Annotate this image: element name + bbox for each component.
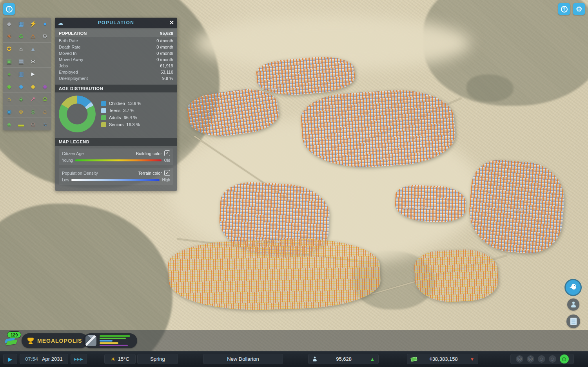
infoview-land-value-icon[interactable]: ⌂ (3, 93, 15, 105)
stat-row-jobs: Jobs61,919 (55, 63, 177, 69)
infoview-greenery-icon[interactable]: ✿ (39, 93, 51, 105)
help-icon: ? (561, 6, 568, 13)
city-name-value: New Dollarton (227, 356, 259, 362)
infoview-zoning-office-icon[interactable]: ◆ (39, 80, 51, 92)
time-value: 07:54 (25, 356, 38, 362)
map-district-label: ship yard ferry (505, 208, 530, 212)
panel-title: POPULATION (64, 20, 168, 25)
infoview-electricity-icon[interactable]: ⚡ (27, 18, 39, 30)
infoview-economy-icon[interactable]: $ (27, 105, 39, 118)
age-distribution-donut-chart (59, 96, 96, 132)
infoview-row: ▣ ▤ ✉ (3, 55, 51, 68)
infoview-row: ◆ ▦ ⚡ ● (3, 18, 51, 30)
infoview-landfill-icon[interactable]: ▬ (15, 118, 27, 130)
infoview-maintenance-icon[interactable]: ⚙ (39, 30, 51, 42)
map-tiles-icon[interactable] (5, 337, 17, 347)
map-suburb-cluster (167, 236, 381, 313)
infoview-nature-icon[interactable]: ♣ (3, 118, 15, 130)
milestone-city-pill[interactable]: MEGALOPOLIS (22, 333, 88, 348)
season-value: Spring (150, 356, 165, 362)
milestone-title: MEGALOPOLIS (37, 338, 88, 344)
city-name-display[interactable]: New Dollarton (203, 354, 283, 364)
play-icon: ▶ (8, 356, 13, 362)
happiness-display[interactable]: ☹ ☹ ☺ ☺ ☺ (510, 354, 574, 364)
infoview-routes-icon[interactable]: ► (27, 68, 39, 80)
infoview-electronics-icon[interactable]: ▦ (15, 18, 27, 30)
terrain-color-checkbox[interactable]: ✓ (164, 170, 170, 176)
demand-bar-residential-high (100, 338, 126, 339)
population-panel: ☁ POPULATION ✕ POPULATION95,628 Birth Ra… (55, 18, 177, 191)
stat-row-moved-away: Moved Away0 /month (55, 56, 177, 63)
demand-pill[interactable] (83, 333, 137, 348)
infoview-zoning-commercial-icon[interactable]: ◆ (15, 80, 27, 92)
infoview-empty-cell (39, 68, 51, 80)
stat-row-population: POPULATION95,628 (55, 29, 177, 37)
citizen-icon: ☁ (58, 20, 64, 26)
datetime-display[interactable]: 07:54 Apr 2031 (20, 354, 68, 364)
demand-bar-industrial (100, 342, 118, 344)
document-icon (570, 318, 577, 325)
game-viewport[interactable]: wildersham anchorage bridge ship yard fe… (0, 0, 588, 367)
map-suburb-cluster (414, 248, 499, 304)
sun-icon: ☀ (111, 356, 116, 362)
gear-icon: ⚙ (575, 5, 582, 14)
infoview-buildings-icon[interactable]: ▤ (15, 55, 27, 67)
population-value: 95,628 (336, 356, 352, 362)
infoview-water-features-icon[interactable]: ≈ (39, 118, 51, 130)
help-button[interactable]: ? (558, 3, 570, 15)
infoview-statistics-icon[interactable]: ↗ (27, 93, 39, 105)
infoview-row: ◆ ◆ ◆ ◆ (3, 80, 51, 93)
legend-item-seniors: Seniors16.3 % (101, 122, 173, 127)
legend-item-children: Children13.6 % (101, 101, 173, 106)
map-district-label: anchorage bridge (403, 206, 434, 210)
info-views-button[interactable]: i (3, 3, 15, 15)
settings-button[interactable]: ⚙ (573, 3, 585, 15)
infoview-tourism-icon[interactable]: ◈ (15, 93, 27, 105)
map-legend-heading: MAP LEGEND (55, 138, 177, 146)
infoview-parks-icon[interactable]: ♠ (3, 68, 15, 80)
infoview-communications-icon[interactable]: ✉ (27, 55, 39, 67)
infoview-police-icon[interactable]: ✪ (3, 43, 15, 55)
happy-face-icon: ☺ (560, 354, 569, 363)
infoview-happiness-icon[interactable]: ☺ (15, 105, 27, 118)
speed-arrows-icon: ▶▶▶ (74, 357, 83, 361)
citizens-button[interactable] (567, 298, 579, 311)
legend-item-teens: Teens3.7 % (101, 108, 173, 113)
legend-swatch (101, 108, 106, 113)
speed-control[interactable]: ▶▶▶ (71, 354, 87, 364)
infoview-zoning-residential-icon[interactable]: ◆ (3, 80, 15, 92)
legend-swatch (101, 115, 106, 120)
stat-row-employed: Employed53,110 (55, 69, 177, 75)
content-face-icon: ☺ (549, 355, 556, 363)
infoview-education-icon[interactable]: ▲ (27, 43, 39, 55)
infoview-heating-icon[interactable]: ✳ (3, 30, 15, 42)
weather-display[interactable]: ☀ 15°C (104, 354, 136, 364)
infoview-water-icon[interactable]: ● (39, 18, 51, 30)
play-pause-button[interactable]: ▶ (3, 354, 17, 364)
chirper-button[interactable] (564, 279, 582, 296)
season-display[interactable]: Spring (137, 354, 178, 364)
chirper-bird-icon (568, 283, 578, 292)
happiness-scale: ☹ ☹ ☺ ☺ ☺ (516, 354, 569, 363)
money-display[interactable]: ¢38,383,158 ▼ (407, 354, 478, 364)
journal-notes-button[interactable] (566, 315, 580, 328)
map-island (466, 74, 514, 102)
infoview-administration-icon[interactable]: ⌂ (15, 43, 27, 55)
infoview-disasters-icon[interactable]: ⚠ (27, 30, 39, 42)
citizen-age-legend: Citizen Age Building color ✓ Young Old (59, 148, 173, 165)
stat-row-moved-in: Moved In0 /month (55, 50, 177, 56)
population-display[interactable]: 95,628 ▲ (308, 354, 379, 364)
close-icon[interactable]: ✕ (168, 19, 174, 26)
date-value: Apr 2031 (42, 356, 63, 362)
infoview-population-icon[interactable]: ◉ (3, 105, 15, 118)
infoview-barriers-icon[interactable]: ▥ (15, 68, 27, 80)
money-value: ¢38,383,158 (429, 356, 457, 362)
infoview-landmarks-icon[interactable]: ⌂ (39, 105, 51, 118)
infoview-zoning-industrial-icon[interactable]: ◆ (27, 80, 39, 92)
infoview-noise-icon[interactable]: Ω (27, 118, 39, 130)
infoview-garbage-icon[interactable]: ♻ (15, 30, 27, 42)
infoview-roads-icon[interactable]: ◆ (3, 18, 15, 30)
infoview-transport-icon[interactable]: ▣ (3, 55, 15, 67)
building-color-checkbox[interactable]: ✓ (164, 150, 170, 156)
temperature-value: 15°C (118, 356, 129, 362)
